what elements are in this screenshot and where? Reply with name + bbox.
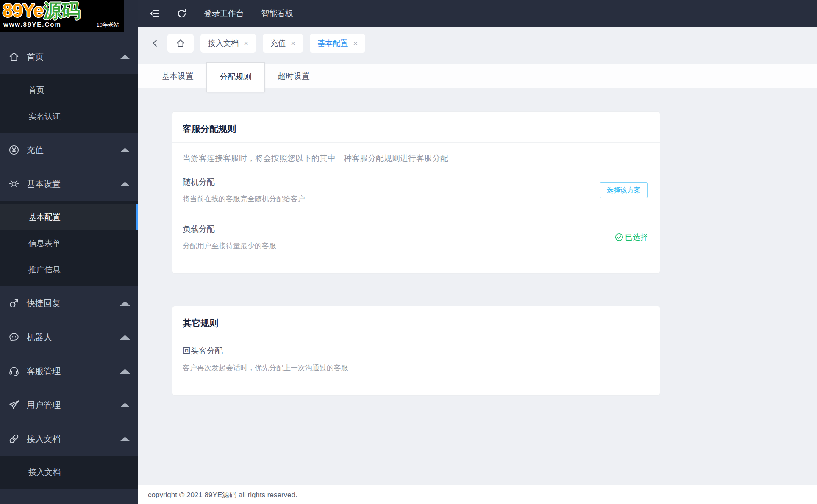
app-window: 89Ye源码 www.89YE.Com 10年老站 首页 首页 实名认证	[0, 0, 817, 504]
settings-tab-bar: 基本设置 分配规则 超时设置	[138, 64, 817, 88]
brand-logo-text: 89Ye源码	[3, 0, 121, 21]
sidebar-subitem-home[interactable]: 首页	[0, 77, 138, 103]
sidebar-item-label: 充值	[27, 144, 44, 156]
breadcrumb-chip-label: 充值	[270, 38, 286, 48]
sidebar-subitem-label: 接入文档	[28, 467, 61, 478]
sidebar-item-label: 客服管理	[27, 366, 61, 377]
sidebar-item-home[interactable]: 首页	[0, 40, 138, 74]
rule-description: 分配用户至接待量最少的客服	[183, 241, 276, 251]
brand-tagline: 10年老站	[97, 21, 119, 29]
main-area: 登录工作台 智能看板 接入文档 × 充值 × 基本配置 ×	[138, 0, 817, 504]
toggle-knob	[635, 361, 646, 372]
link-icon	[8, 433, 19, 444]
home-icon	[8, 51, 19, 62]
content-area: 客服分配规则 当游客连接客服时，将会按照您以下的其中一种客服分配规则进行客服分配…	[138, 88, 817, 485]
gear-icon	[8, 178, 19, 189]
tab-label: 超时设置	[278, 71, 310, 82]
breadcrumb-home-chip[interactable]	[167, 34, 194, 53]
breadcrumb-chip-label: 接入文档	[208, 38, 239, 48]
breadcrumb-tab-row: 接入文档 × 充值 × 基本配置 ×	[138, 27, 817, 64]
sidebar-item-access-docs[interactable]: 接入文档	[0, 422, 138, 456]
sidebar-item-label: 快捷回复	[27, 298, 61, 309]
chevron-up-icon	[120, 55, 130, 59]
chevron-up-icon	[120, 182, 130, 186]
close-icon[interactable]: ×	[353, 39, 358, 47]
sidebar-item-recharge[interactable]: 充值	[0, 133, 138, 167]
chevron-up-icon	[120, 369, 130, 374]
rule-option-returning-customer: 回头客分配 客户再次发起会话时，优先分配上一次沟通过的客服	[183, 337, 650, 384]
selected-status: 已选择	[615, 232, 648, 242]
card-title: 客服分配规则	[172, 112, 660, 143]
card-title: 其它规则	[172, 306, 660, 337]
sidebar-item-label: 首页	[27, 51, 44, 63]
sidebar-submenu-access-docs: 接入文档	[0, 456, 138, 489]
sidebar-menu: 首页 首页 实名认证 充值 基本设置	[0, 32, 138, 504]
sidebar-item-user-management[interactable]: 用户管理	[0, 388, 138, 422]
sidebar-subitem-label: 首页	[28, 85, 44, 96]
headset-icon	[8, 366, 19, 377]
yen-circle-icon	[8, 144, 19, 155]
card-description: 当游客连接客服时，将会按照您以下的其中一种客服分配规则进行客服分配	[183, 143, 650, 168]
other-rules-card: 其它规则 回头客分配 客户再次发起会话时，优先分配上一次沟通过的客服	[172, 306, 660, 396]
sidebar-item-agent-management[interactable]: 客服管理	[0, 354, 138, 388]
robot-chat-icon	[8, 332, 19, 343]
topnav-workbench[interactable]: 登录工作台	[204, 8, 244, 19]
chevron-up-icon	[120, 403, 130, 407]
home-icon	[176, 39, 185, 48]
choose-plan-button[interactable]: 选择该方案	[600, 182, 648, 198]
sidebar-subitem-info-form[interactable]: 信息表单	[0, 230, 138, 257]
brand-logo: 89Ye源码 www.89YE.Com 10年老站	[0, 0, 124, 32]
sidebar: 89Ye源码 www.89YE.Com 10年老站 首页 首页 实名认证	[0, 0, 138, 504]
sidebar-item-label: 接入文档	[27, 433, 61, 445]
collapse-sidebar-icon[interactable]	[150, 8, 160, 19]
breadcrumb-chip-recharge[interactable]: 充值 ×	[263, 34, 303, 53]
selected-label: 已选择	[625, 232, 648, 242]
rule-name: 回头客分配	[183, 346, 348, 357]
brand-url: www.89YE.Com	[3, 21, 61, 28]
refresh-icon[interactable]	[177, 8, 187, 19]
sidebar-item-robot[interactable]: 机器人	[0, 320, 138, 354]
rule-name: 负载分配	[183, 224, 276, 235]
sidebar-subitem-access-docs[interactable]: 接入文档	[0, 459, 138, 485]
top-bar: 登录工作台 智能看板	[138, 0, 817, 27]
tab-basic-settings[interactable]: 基本设置	[149, 64, 206, 88]
sidebar-subitem-label: 信息表单	[28, 238, 61, 249]
allocation-rules-card: 客服分配规则 当游客连接客服时，将会按照您以下的其中一种客服分配规则进行客服分配…	[172, 111, 660, 274]
check-circle-icon	[615, 233, 623, 241]
sidebar-subitem-promo-info[interactable]: 推广信息	[0, 257, 138, 283]
sidebar-submenu-basic-settings: 基本配置 信息表单 推广信息	[0, 201, 138, 286]
tab-label: 基本设置	[161, 71, 194, 82]
chevron-up-icon	[120, 437, 130, 441]
breadcrumb-chip-access-docs[interactable]: 接入文档 ×	[200, 34, 256, 53]
sidebar-subitem-realname[interactable]: 实名认证	[0, 103, 138, 130]
breadcrumb-chip-label: 基本配置	[317, 38, 348, 48]
back-icon[interactable]	[150, 34, 161, 53]
sidebar-item-quick-reply[interactable]: 快捷回复	[0, 286, 138, 320]
rule-option-load-balance: 负载分配 分配用户至接待量最少的客服 已选择	[183, 215, 650, 262]
close-icon[interactable]: ×	[291, 39, 295, 47]
topnav-dashboard[interactable]: 智能看板	[261, 8, 293, 19]
chevron-up-icon	[120, 335, 130, 340]
tab-label: 分配规则	[220, 72, 252, 83]
rule-description: 将当前在线的客服完全随机分配给客户	[183, 194, 305, 204]
paper-plane-icon	[8, 399, 19, 410]
breadcrumb-chip-basic-config[interactable]: 基本配置 ×	[310, 34, 365, 53]
sidebar-submenu-home: 首页 实名认证	[0, 74, 138, 133]
rule-description: 客户再次发起会话时，优先分配上一次沟通过的客服	[183, 363, 348, 373]
sidebar-subitem-label: 实名认证	[28, 111, 61, 122]
tab-timeout-settings[interactable]: 超时设置	[265, 64, 322, 88]
sidebar-subitem-label: 基本配置	[28, 212, 61, 223]
brand-suffix: 源码	[43, 0, 80, 21]
close-icon[interactable]: ×	[244, 39, 248, 47]
chevron-up-icon	[120, 301, 130, 306]
rule-name: 随机分配	[183, 177, 305, 188]
copyright-text: copyright © 2021 89YE源码 all rights reser…	[148, 490, 297, 500]
sidebar-item-basic-settings[interactable]: 基本设置	[0, 167, 138, 201]
sidebar-subitem-label: 推广信息	[28, 264, 61, 275]
sidebar-item-label: 机器人	[27, 332, 52, 343]
tab-allocation-rules[interactable]: 分配规则	[206, 62, 265, 92]
sidebar-subitem-basic-config[interactable]: 基本配置	[0, 204, 138, 230]
mars-icon	[8, 298, 19, 309]
rule-option-random: 随机分配 将当前在线的客服完全随机分配给客户 选择该方案	[183, 168, 650, 215]
sidebar-item-label: 基本设置	[27, 178, 61, 190]
